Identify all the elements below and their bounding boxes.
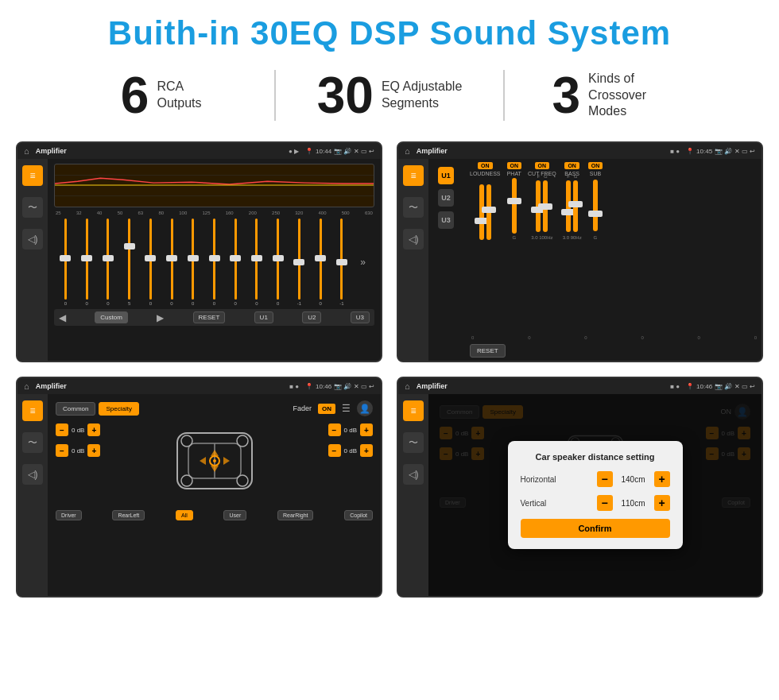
eq-prev-btn[interactable]: ◀ [59,312,66,323]
distance-wave-icon[interactable]: 〜 [403,432,424,453]
home-icon[interactable]: ⌂ [24,146,29,156]
eq-bottom-bar: ◀ Custom ▶ RESET U1 U2 U3 [54,309,374,326]
eq-expand[interactable]: » [353,219,373,306]
vertical-minus-btn[interactable]: − [597,495,613,511]
crossover-eq-icon[interactable]: ≡ [403,165,424,186]
confirm-button[interactable]: Confirm [521,519,670,538]
crossover-main: U1 U2 U3 ON LOUDNESS [428,159,762,361]
eq-curve-svg [55,164,374,207]
eq-slider-3[interactable]: 0 [98,219,118,306]
page-title: Buith-in 30EQ DSP Sound System [16,14,763,52]
eq-sliders: 0 0 0 5 0 [54,219,374,306]
fader-person-icon[interactable]: 👤 [357,400,373,416]
eq-reset-btn[interactable]: RESET [193,311,226,323]
stat-desc-crossover: Kinds of Crossover Modes [588,71,684,120]
vol-plus-1[interactable]: + [87,423,100,436]
eq-freq-labels: 2532405063 80100125160200 25032040050063… [54,211,374,215]
vol-row-4: − 0 dB + [328,444,373,457]
eq-slider-5[interactable]: 0 [141,219,161,306]
home-icon-2[interactable]: ⌂ [405,146,410,156]
distance-sidebar: ≡ 〜 ◁) [398,394,428,596]
vol-minus-4[interactable]: − [328,444,341,457]
screenshots-grid: ⌂ Amplifier ● ▶ 📍 10:44 📷 🔊 ✕ ▭ ↩ ≡ 〜 ◁) [0,135,779,613]
left-vol-controls: − 0 dB + − 0 dB + [56,421,100,459]
speaker-icon[interactable]: ◁) [22,229,43,249]
vol-plus-2[interactable]: + [87,444,100,457]
distance-time: 10:46 [696,383,712,390]
crossover-wave-icon[interactable]: 〜 [403,197,424,218]
control-bass: ON BASS F G [563,162,582,240]
status-bar-fader: ⌂ Amplifier ■ ● 📍 10:46 📷 🔊 ✕ ▭ ↩ [17,378,381,394]
eq-app-title: Amplifier [36,147,285,155]
svg-marker-10 [200,457,206,465]
eq-slider-13[interactable]: 0 [311,219,331,306]
car-diagram-container [105,421,323,501]
u1-button[interactable]: U1 [438,167,454,184]
distance-eq-icon[interactable]: ≡ [403,400,424,421]
eq-slider-12[interactable]: -1 [289,219,309,306]
eq-slider-10[interactable]: 0 [247,219,267,306]
eq-u2-btn[interactable]: U2 [302,311,321,323]
stat-number-rca: 6 [121,70,149,121]
vol-minus-3[interactable]: − [328,423,341,436]
right-vol-controls: − 0 dB + − 0 dB + [328,421,373,459]
loc-rearright[interactable]: RearRight [277,510,314,520]
fader-eq-icon[interactable]: ≡ [22,400,43,421]
screen-crossover: ⌂ Amplifier ■ ● 📍 10:45 📷 🔊 ✕ ▭ ↩ ≡ 〜 ◁)… [397,141,763,362]
eq-u1-btn[interactable]: U1 [254,311,273,323]
tab-specialty[interactable]: Specialty [99,402,138,416]
eq-next-btn[interactable]: ▶ [157,312,164,323]
vol-minus-1[interactable]: − [56,423,68,436]
home-icon-3[interactable]: ⌂ [24,381,29,391]
modal-vertical-label: Vertical [521,499,568,508]
eq-slider-1[interactable]: 0 [56,219,76,306]
waveform-icon[interactable]: 〜 [22,197,43,218]
horizontal-plus-btn[interactable]: + [654,471,670,487]
eq-preset-btn[interactable]: Custom [95,311,128,323]
fader-content: − 0 dB + − 0 dB + [51,418,378,504]
distance-modal-overlay: Car speaker distance setting Horizontal … [428,394,762,596]
eq-icon[interactable]: ≡ [22,165,43,186]
eq-slider-7[interactable]: 0 [183,219,203,306]
eq-slider-11[interactable]: 0 [268,219,288,306]
fader-on-toggle[interactable]: ON [318,404,335,414]
eq-slider-6[interactable]: 0 [162,219,182,306]
crossover-spk-icon[interactable]: ◁) [403,229,424,249]
u3-button[interactable]: U3 [438,211,454,229]
screen-eq: ⌂ Amplifier ● ▶ 📍 10:44 📷 🔊 ✕ ▭ ↩ ≡ 〜 ◁) [16,141,382,362]
fader-wave-icon[interactable]: 〜 [22,432,43,453]
distance-spk-icon[interactable]: ◁) [403,464,424,485]
crossover-reset-btn[interactable]: RESET [470,344,506,358]
fader-time: 10:46 [316,383,331,390]
eq-u3-btn[interactable]: U3 [351,311,370,323]
vol-minus-2[interactable]: − [56,444,68,457]
eq-graph [54,164,374,207]
eq-slider-8[interactable]: 0 [204,219,224,306]
eq-slider-2[interactable]: 0 [77,219,97,306]
loc-copilot[interactable]: Copilot [344,510,373,520]
home-icon-4[interactable]: ⌂ [405,381,410,391]
loc-driver[interactable]: Driver [56,510,82,520]
eq-slider-14[interactable]: -1 [332,219,352,306]
loc-user[interactable]: User [223,510,246,520]
u2-button[interactable]: U2 [438,189,454,207]
loc-rearleft[interactable]: RearLeft [112,510,145,520]
header: Buith-in 30EQ DSP Sound System [0,0,779,62]
vol-value-3: 0 dB [344,427,357,434]
vol-plus-3[interactable]: + [360,423,373,436]
modal-title: Car speaker distance setting [521,452,670,462]
svg-marker-9 [211,466,219,472]
stat-eq: 30 EQ Adjustable Segments [276,70,504,121]
loc-all[interactable]: All [176,510,193,520]
eq-sidebar: ≡ 〜 ◁) [17,159,48,361]
eq-slider-4[interactable]: 5 [119,219,139,306]
distance-modal: Car speaker distance setting Horizontal … [508,441,683,549]
tab-common[interactable]: Common [56,402,95,416]
horizontal-minus-btn[interactable]: − [597,471,613,487]
fader-spk-icon[interactable]: ◁) [22,464,43,485]
vol-plus-4[interactable]: + [360,444,373,457]
eq-slider-9[interactable]: 0 [226,219,246,306]
svg-point-7 [213,459,216,462]
vertical-plus-btn[interactable]: + [654,495,670,511]
control-sub: ON SUB G [588,162,603,240]
